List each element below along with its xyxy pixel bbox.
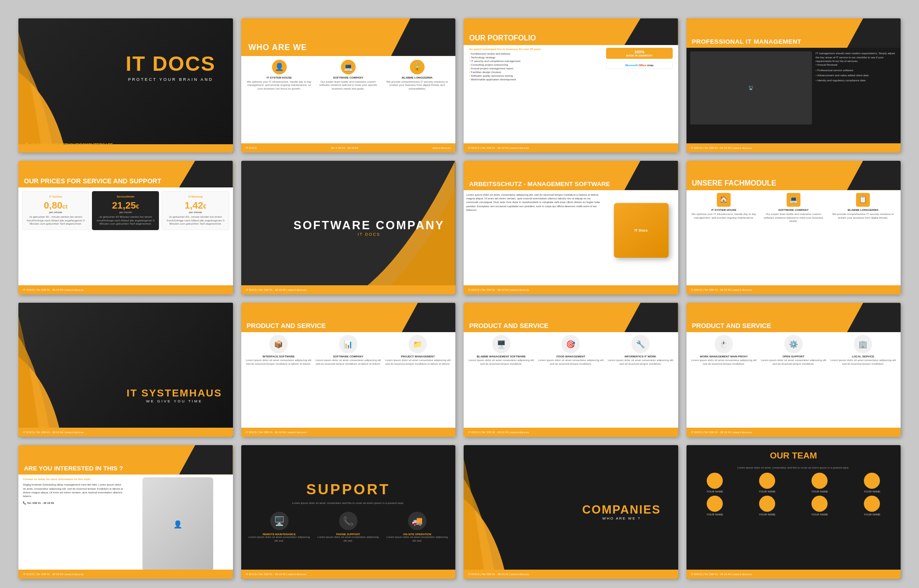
slide-12-svc3-text: Lorem ipsum dolor sit amet consectetur a… [830, 359, 896, 366]
slide-12-dark-corner [847, 303, 901, 332]
slide-3-logo-ninja: ninja [647, 64, 653, 67]
slide-5-header: OUR PRICES FOR SERVICE AND SUPPORT [18, 161, 233, 187]
slide-9-text-area: IT SYSTEMHAUS WE GIVE YOU TIME [127, 387, 222, 403]
slide-16-member-4: YOUR NAME [847, 473, 897, 493]
slide-10-dark-corner [402, 303, 455, 332]
slide-12-header: PRODUCT AND SERVICE [686, 303, 901, 332]
slide-8-fachmodule: UNSERE FACHMODULE 🏠 IT SYSTEM HOUSE We o… [686, 161, 901, 295]
slide-16-avatar-4 [864, 473, 880, 489]
slide-15-companies: COMPANIES WHO ARE WE ? IT DOCS | Tel: 03… [464, 445, 678, 579]
slide-2-footer-right: www.it-docs.eu [432, 147, 451, 149]
slide-10-product-service-1: PRODUCT AND SERVICE 📦 INTERFACE SOFTWARE… [241, 303, 456, 437]
slide-2-footer: IT DOCS Tel: 0 38 41 - 39 19 94 www.it-d… [241, 143, 456, 153]
slide-9-footer-text: IT DOCS | Tel: 038 41 - 39 19 94 | www.i… [23, 431, 84, 434]
slide-16-name-4: YOUR NAME [847, 490, 897, 493]
slide-12-svc1-icon: 🖱️ [715, 335, 733, 353]
slide-8-title: UNSERE FACHMODULE [692, 179, 777, 187]
slide-5-card2-desc: Je gebuchter 60 Minuten werden bei einem… [96, 215, 155, 226]
slide-12-title: PRODUCT AND SERVICE [692, 322, 772, 329]
slide-13-text: Contact us today for more information on… [23, 477, 124, 505]
slide-4-screen: 🖥️ [690, 51, 812, 124]
slide-14-svc3-text: Lorem ipsum dolor sit amet consectetur a… [386, 536, 448, 543]
slide-7-footer: IT DOCS | Tel: 038 41 - 39 19 94 | www.i… [464, 285, 678, 294]
slide-16-member-1: YOUR NAME [690, 473, 740, 493]
slide-3-percent-box: 100% MADE IN GERMANY [606, 48, 672, 59]
slide-4-item-4: Identity and regulatory compliance data [816, 79, 897, 82]
slide-16-name-3: YOUR NAME [795, 490, 845, 493]
slide-8-icon-3: 📋 [856, 193, 870, 207]
slide-14-svc2-icon: 📞 [339, 512, 357, 530]
slide-2-col1-title: IT SYSTEM HOUSE [247, 76, 312, 79]
slide-3-item-4: Consulting project outsourcing [469, 63, 601, 66]
slide-11-footer: IT DOCS | Tel: 038 41 - 39 19 94 | www.i… [464, 428, 678, 437]
slide-2-col3-title: BLABME LONGGERMA [385, 76, 450, 79]
slide-5-title: OUR PRICES FOR SERVICE AND SUPPORT [24, 177, 161, 185]
slide-2-col3-text: We provide comprehensive IT security sol… [385, 80, 450, 91]
slide-14-sub: Lorem ipsum dolor sit amet, consectetur … [292, 502, 404, 504]
slide-14-footer: IT DOCS | Tel: 038 41 - 39 19 94 | www.i… [241, 570, 456, 579]
slide-8-icon-1: 🏠 [717, 193, 731, 207]
slide-3-footer-text: IT DOCS | Tel: 038 41 - 39 19 94 | www.i… [468, 147, 529, 149]
slide-13-title: ARE YOU INTERESTED IN THIS ? [24, 465, 123, 472]
slide-2-col2-title: SOFTWARE COMPANY [316, 76, 381, 79]
slide-2-content: 👤 IT SYSTEM HOUSE We optimize your IT in… [241, 56, 456, 95]
slide-3-logos: Microsoft Office ninja [606, 62, 672, 69]
slide-11-svc2-icon: 🎯 [562, 335, 580, 353]
slide-10-content: 📦 INTERFACE SOFTWARE Lorem ipsum dolor s… [241, 332, 456, 369]
slide-16-member-7: YOUR NAME [795, 496, 845, 516]
slide-12-svc1-title: WORK MANAGEMENT MAIN PROXY [691, 355, 757, 358]
slide-8-col3-text: We provide comprehensive IT security sol… [830, 213, 896, 220]
slide-10-svc1-title: INTERFACE SOFTWARE [246, 355, 312, 358]
slide-14-svc1-icon: 🖥️ [270, 512, 289, 530]
slide-7-right: IT Docs [607, 193, 675, 268]
slide-16-name-2: YOUR NAME [743, 490, 792, 493]
slide-8-col1-title: IT SYSTEM HOUSE [691, 209, 757, 211]
slide-3-logo-ms: Microsoft [625, 64, 638, 67]
slide-12-content: 🖱️ WORK MANAGEMENT MAIN PROXY Lorem ipsu… [686, 332, 901, 369]
slide-3-item-6: Facilities design (review) [469, 71, 601, 74]
slide-16-name-1: YOUR NAME [690, 490, 740, 493]
slide-13-person-icon: 👤 [173, 520, 182, 529]
slide-14-title: SUPPORT [306, 481, 390, 498]
slide-9-main-title: IT SYSTEMHAUS [127, 387, 222, 399]
slide-14-svc1-text: Lorem ipsum dolor sit amet consectetur a… [249, 536, 310, 543]
slide-6-sub-title: IT DOCS [294, 232, 445, 237]
slide-5-content: IT System 0,80ct per minute Je gebuchter… [18, 187, 233, 234]
slide-11-dark-corner [624, 303, 678, 332]
slide-6-footer: IT DOCS | Tel: 038 41 - 39 19 94 | www.i… [241, 285, 456, 294]
slide-14-services: 🖥️ REMOTE MAINTENANCE Lorem ipsum dolor … [249, 512, 448, 543]
slide-12-svc2-title: OPEN SUPPORT [760, 355, 827, 358]
slide-2-col-2: 💻 SOFTWARE COMPANY Our expert team build… [316, 60, 381, 91]
slide-7-dark-corner [624, 161, 678, 190]
slide-16-avatar-2 [759, 473, 775, 489]
slide-13-footer: IT DOCS | Tel: 038 41 - 39 19 94 | www.i… [18, 570, 233, 579]
slide-3-item-8: Web/mobile application development [469, 78, 601, 81]
slide-16-footer: IT DOCS | Tel: 038 41 - 39 19 94 | www.i… [686, 570, 901, 579]
slide-2-footer-mid: Tel: 0 38 41 - 39 19 94 [331, 147, 358, 149]
slide-15-footer: IT DOCS | Tel: 038 41 - 39 19 94 | www.i… [464, 570, 678, 579]
slide-5-card3-value: 1,42€ [166, 200, 225, 211]
slide-10-svc3-title: PROJECT MANAGEMENT [385, 355, 451, 358]
slide-13-phone: 📞 Tel: 038 41 - 39 19 94 [23, 501, 124, 505]
slide-6-software-company: SOFTWARE COMPANY IT DOCS IT DOCS | Tel: … [241, 161, 456, 295]
slide-13-content: Contact us today for more information on… [18, 475, 233, 574]
slide-5-card1-title: IT System [26, 195, 85, 198]
slide-7-box: IT Docs [614, 203, 669, 258]
slide-10-svc1-icon: 📦 [269, 335, 288, 353]
slide-5-card2-currency: € [136, 204, 139, 210]
slide-1-cover: IT DOCS PROTECT YOUR BRAIN AND ⚡ IT DOCS… [18, 18, 233, 153]
slide-10-header: PRODUCT AND SERVICE [241, 303, 456, 332]
slide-16-header: OUR TEAM [686, 445, 901, 466]
slide-4-footer-text: IT DOCS | Tel: 038 41 - 39 19 94 | www.i… [691, 147, 752, 149]
slides-grid: IT DOCS PROTECT YOUR BRAIN AND ⚡ IT DOCS… [18, 18, 901, 579]
slide-13-left: Contact us today for more information on… [23, 477, 124, 571]
slide-1-logo-area: IT DOCS PROTECT YOUR BRAIN AND [126, 52, 216, 82]
slide-13-interested: ARE YOU INTERESTED IN THIS ? Contact us … [18, 445, 233, 579]
slide-3-logo-office: Office [638, 64, 646, 67]
slide-11-footer-text: IT DOCS | Tel: 038 41 - 39 19 94 | www.i… [468, 431, 529, 434]
slide-8-dark-corner [847, 161, 901, 190]
slide-2-icon-1: 👤 [272, 60, 287, 74]
slide-2-col2-text: Our expert team builds and maintains cus… [316, 80, 381, 91]
slide-8-col2-text: Our expert team builds and maintains cus… [760, 213, 827, 223]
slide-3-header: OUR PORTOFOLIO [464, 18, 678, 45]
